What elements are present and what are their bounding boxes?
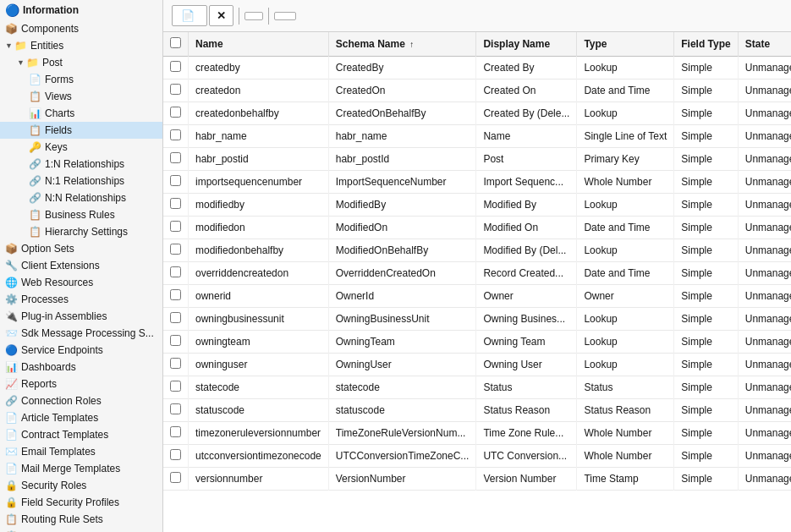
sidebar-item-icon-connection-roles: 🔗 <box>5 395 18 407</box>
sidebar-item-forms[interactable]: 📄Forms <box>0 71 162 88</box>
table-row[interactable]: createdonbehalfby CreatedOnBehalfBy Crea… <box>163 102 791 125</box>
delete-button[interactable]: ✕ <box>209 5 233 26</box>
sidebar-item-plugin-assemblies[interactable]: 🔌Plug-in Assemblies <box>0 308 162 325</box>
schema-name-column-header[interactable]: Schema Name ↑ <box>328 32 476 57</box>
sidebar-item-mail-merge-templates[interactable]: 📄Mail Merge Templates <box>0 460 162 477</box>
row-checkbox-14[interactable] <box>170 381 181 392</box>
row-checkbox-7[interactable] <box>170 221 181 232</box>
sidebar-item-hierarchy-settings[interactable]: 📋Hierarchy Settings <box>0 223 162 240</box>
sidebar-item-icon-field-security-profiles: 🔒 <box>5 496 18 508</box>
row-schema-name-18: VersionNumber <box>328 468 476 491</box>
sidebar-item-security-roles[interactable]: 🔒Security Roles <box>0 477 162 494</box>
edit-button[interactable] <box>244 12 263 20</box>
sidebar-item-web-resources[interactable]: 🌐Web Resources <box>0 274 162 291</box>
table-row[interactable]: versionnumber VersionNumber Version Numb… <box>163 468 791 491</box>
table-row[interactable]: ownerid OwnerId Owner Owner Simple Unman… <box>163 285 791 308</box>
field-type-column-header[interactable]: Field Type <box>674 32 738 57</box>
new-button[interactable]: 📄 <box>172 5 207 26</box>
row-checkbox-8[interactable] <box>170 244 181 255</box>
row-checkbox-18[interactable] <box>170 472 181 483</box>
table-row[interactable]: statecode statecode Status Status Simple… <box>163 376 791 399</box>
state-column-header[interactable]: State <box>738 32 791 57</box>
table-row[interactable]: statuscode statuscode Status Reason Stat… <box>163 399 791 422</box>
table-row[interactable]: habr_postid habr_postId Post Primary Key… <box>163 148 791 171</box>
row-state-6: Unmanaged <box>738 194 791 217</box>
sidebar-item-components[interactable]: 📦Components <box>0 20 162 37</box>
row-checkbox-15[interactable] <box>170 403 181 414</box>
sidebar-item-sdk-message[interactable]: 📨Sdk Message Processing S... <box>0 325 162 342</box>
table-row[interactable]: owningbusinessunit OwningBusinessUnit Ow… <box>163 308 791 331</box>
sidebar-item-field-security-profiles[interactable]: 🔒Field Security Profiles <box>0 494 162 511</box>
row-schema-name-6: ModifiedBy <box>328 194 476 217</box>
row-name-14: statecode <box>189 376 329 399</box>
row-checkbox-cell <box>163 171 189 194</box>
sidebar-item-record-creation[interactable]: 📋Record Creation and Upda... <box>0 528 162 532</box>
sidebar-item-business-rules[interactable]: 📋Business Rules <box>0 206 162 223</box>
name-column-header[interactable]: Name <box>189 32 329 57</box>
row-checkbox-5[interactable] <box>170 175 181 186</box>
sidebar-item-connection-roles[interactable]: 🔗Connection Roles <box>0 392 162 409</box>
sidebar-item-fields[interactable]: 📋Fields <box>0 122 162 139</box>
sidebar-item-client-extensions[interactable]: 🔧Client Extensions <box>0 257 162 274</box>
row-checkbox-13[interactable] <box>170 358 181 369</box>
sidebar-item-n1-relationships[interactable]: 🔗N:1 Relationships <box>0 173 162 189</box>
fields-table-container: Name Schema Name ↑ Display Name Type Fie… <box>163 32 791 532</box>
table-row[interactable]: overriddencreatedon OverriddenCreatedOn … <box>163 262 791 285</box>
row-checkbox-11[interactable] <box>170 312 181 323</box>
row-checkbox-4[interactable] <box>170 152 181 163</box>
row-checkbox-3[interactable] <box>170 129 181 140</box>
sidebar-item-1n-relationships[interactable]: 🔗1:N Relationships <box>0 156 162 173</box>
table-row[interactable]: modifiedby ModifiedBy Modified By Lookup… <box>163 194 791 217</box>
sidebar-item-icon-views: 📋 <box>29 90 41 102</box>
sidebar-item-label-connection-roles: Connection Roles <box>21 395 102 407</box>
row-state-18: Unmanaged <box>738 468 791 491</box>
row-checkbox-1[interactable] <box>170 84 181 95</box>
more-actions-button[interactable] <box>274 12 296 20</box>
sidebar-item-charts[interactable]: 📊Charts <box>0 105 162 122</box>
row-checkbox-10[interactable] <box>170 289 181 300</box>
sidebar-item-service-endpoints[interactable]: 🔵Service Endpoints <box>0 342 162 359</box>
row-checkbox-0[interactable] <box>170 61 181 72</box>
sidebar-item-routing-rule-sets[interactable]: 📋Routing Rule Sets <box>0 511 162 528</box>
sidebar-group-post[interactable]: ▼📁Post <box>0 54 162 71</box>
sidebar-item-label-reports: Reports <box>21 378 57 390</box>
row-checkbox-cell <box>163 331 189 354</box>
row-name-13: owninguser <box>189 354 329 376</box>
row-checkbox-16[interactable] <box>170 426 181 437</box>
table-row[interactable]: modifiedon ModifiedOn Modified On Date a… <box>163 217 791 239</box>
sidebar-item-label-fields: Fields <box>45 124 72 136</box>
row-checkbox-cell <box>163 445 189 468</box>
row-schema-name-12: OwningTeam <box>328 331 476 354</box>
sidebar-item-article-templates[interactable]: 📄Article Templates <box>0 409 162 426</box>
table-row[interactable]: importsequencenumber ImportSequenceNumbe… <box>163 171 791 194</box>
sidebar-item-keys[interactable]: 🔑Keys <box>0 139 162 156</box>
sidebar-item-views[interactable]: 📋Views <box>0 88 162 105</box>
sidebar-item-option-sets[interactable]: 📦Option Sets <box>0 240 162 257</box>
table-row[interactable]: modifiedonbehalfby ModifiedOnBehalfBy Mo… <box>163 239 791 262</box>
sidebar-item-processes[interactable]: ⚙️Processes <box>0 291 162 308</box>
row-checkbox-17[interactable] <box>170 449 181 460</box>
sidebar-item-nn-relationships[interactable]: 🔗N:N Relationships <box>0 189 162 206</box>
sidebar-header-information[interactable]: 🔵Information <box>0 0 162 20</box>
table-row[interactable]: createdby CreatedBy Created By Lookup Si… <box>163 57 791 80</box>
row-checkbox-12[interactable] <box>170 335 181 346</box>
row-type-9: Date and Time <box>577 262 674 285</box>
sidebar-item-reports[interactable]: 📈Reports <box>0 376 162 392</box>
sidebar-item-contract-templates[interactable]: 📄Contract Templates <box>0 426 162 443</box>
type-column-header[interactable]: Type <box>577 32 674 57</box>
row-checkbox-9[interactable] <box>170 266 181 277</box>
table-row[interactable]: owninguser OwningUser Owning User Lookup… <box>163 354 791 376</box>
row-checkbox-2[interactable] <box>170 107 181 118</box>
sidebar-item-email-templates[interactable]: ✉️Email Templates <box>0 443 162 460</box>
table-row[interactable]: createdon CreatedOn Created On Date and … <box>163 80 791 102</box>
table-row[interactable]: utcconversiontimezonecode UTCConversionT… <box>163 445 791 468</box>
table-row[interactable]: owningteam OwningTeam Owning Team Lookup… <box>163 331 791 354</box>
sidebar-group-label-entities: Entities <box>30 40 63 52</box>
sidebar-group-entities[interactable]: ▼📁Entities <box>0 37 162 54</box>
sidebar-item-dashboards[interactable]: 📊Dashboards <box>0 359 162 376</box>
select-all-checkbox[interactable] <box>170 37 181 48</box>
row-checkbox-6[interactable] <box>170 198 181 209</box>
table-row[interactable]: timezoneruleversionnumber TimeZoneRuleVe… <box>163 422 791 445</box>
display-name-column-header[interactable]: Display Name <box>476 32 577 57</box>
table-row[interactable]: habr_name habr_name Name Single Line of … <box>163 125 791 148</box>
